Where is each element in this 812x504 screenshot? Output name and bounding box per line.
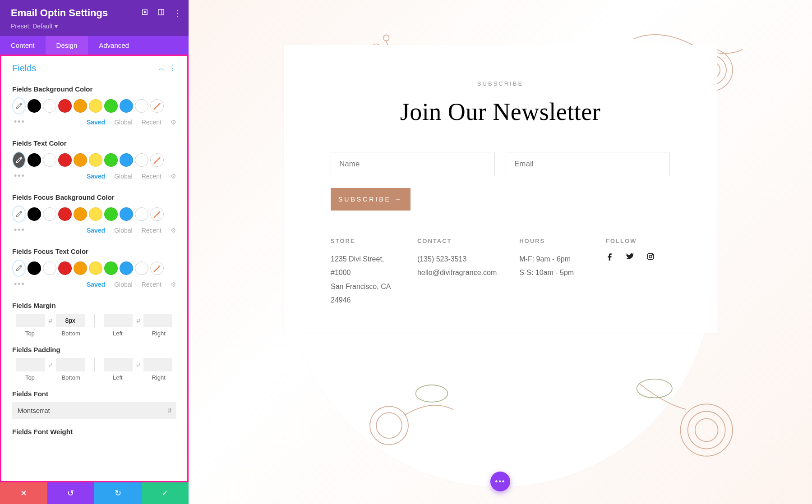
facebook-icon[interactable] bbox=[606, 252, 614, 261]
color-swatch[interactable] bbox=[74, 99, 87, 113]
color-swatch[interactable] bbox=[89, 207, 102, 221]
color-swatch[interactable] bbox=[120, 261, 133, 275]
padding-left-input[interactable] bbox=[104, 358, 133, 371]
link-icon[interactable]: ⇄ bbox=[134, 358, 143, 371]
color-group: Fields Focus Text Color•••SavedGlobalRec… bbox=[1, 240, 187, 294]
palette-saved-tab[interactable]: Saved bbox=[87, 119, 105, 126]
color-swatch[interactable] bbox=[89, 153, 102, 167]
margin-right-input[interactable] bbox=[143, 314, 172, 327]
tab-design[interactable]: Design bbox=[46, 36, 88, 55]
more-icon[interactable]: ••• bbox=[14, 171, 25, 181]
footer-columns: STORE 1235 Divi Street, #1000San Francis… bbox=[331, 238, 670, 307]
color-swatch[interactable] bbox=[74, 153, 87, 167]
color-swatch[interactable] bbox=[58, 99, 72, 113]
settings-body[interactable]: Fields ︿ ⋮ Fields Background Color•••Sav… bbox=[0, 55, 189, 482]
color-swatch[interactable] bbox=[104, 99, 118, 113]
palette-recent-tab[interactable]: Recent bbox=[142, 281, 161, 288]
color-swatch[interactable] bbox=[74, 207, 87, 221]
color-swatch[interactable] bbox=[135, 99, 148, 113]
redo-button[interactable]: ↻ bbox=[94, 482, 142, 504]
palette-global-tab[interactable]: Global bbox=[114, 173, 132, 180]
name-input[interactable] bbox=[331, 152, 495, 176]
tab-advanced[interactable]: Advanced bbox=[88, 36, 140, 55]
fields-margin-group: Fields Margin ⇄ ⇄ bbox=[1, 294, 187, 339]
undo-button[interactable]: ↺ bbox=[47, 482, 95, 504]
tab-content[interactable]: Content bbox=[0, 36, 46, 55]
padding-right-input[interactable] bbox=[143, 358, 172, 371]
newsletter-card: SUBSCRIBE Join Our Newsletter SUBSCRIBE … bbox=[284, 45, 717, 333]
email-input[interactable] bbox=[506, 152, 670, 176]
palette-saved-tab[interactable]: Saved bbox=[87, 227, 105, 234]
palette-saved-tab[interactable]: Saved bbox=[87, 281, 105, 288]
color-swatch[interactable] bbox=[120, 207, 133, 221]
color-swatch[interactable] bbox=[74, 261, 87, 275]
color-swatch[interactable] bbox=[89, 261, 102, 275]
color-swatch[interactable] bbox=[104, 153, 118, 167]
palette-saved-tab[interactable]: Saved bbox=[87, 173, 105, 180]
color-group: Fields Background Color•••SavedGlobalRec… bbox=[1, 78, 187, 132]
color-swatch[interactable] bbox=[135, 261, 148, 275]
color-swatch[interactable] bbox=[58, 261, 72, 275]
save-button[interactable]: ✓ bbox=[142, 482, 189, 504]
section-fields-header[interactable]: Fields ︿ ⋮ bbox=[1, 56, 187, 78]
color-swatch[interactable] bbox=[120, 153, 133, 167]
color-swatch[interactable] bbox=[28, 261, 41, 275]
chevron-up-icon[interactable]: ︿ bbox=[158, 64, 165, 73]
more-icon[interactable]: ••• bbox=[14, 117, 25, 127]
eyedropper-icon[interactable] bbox=[12, 206, 26, 223]
palette-global-tab[interactable]: Global bbox=[114, 119, 132, 126]
link-icon[interactable]: ⇄ bbox=[46, 358, 55, 371]
kebab-icon[interactable]: ⋮ bbox=[173, 8, 181, 18]
margin-bottom-input[interactable] bbox=[56, 314, 85, 327]
margin-left-input[interactable] bbox=[104, 314, 133, 327]
color-swatch[interactable] bbox=[28, 207, 41, 221]
color-swatch[interactable] bbox=[43, 207, 56, 221]
color-swatch[interactable] bbox=[43, 153, 56, 167]
palette-recent-tab[interactable]: Recent bbox=[142, 119, 161, 126]
fab-button[interactable]: ••• bbox=[490, 472, 510, 491]
color-swatch[interactable] bbox=[104, 207, 118, 221]
color-swatch[interactable] bbox=[43, 261, 56, 275]
color-swatch[interactable] bbox=[120, 99, 133, 113]
link-icon[interactable]: ⇄ bbox=[46, 314, 55, 327]
color-swatch[interactable] bbox=[43, 99, 56, 113]
color-swatch[interactable] bbox=[28, 153, 41, 167]
palette-recent-tab[interactable]: Recent bbox=[142, 227, 161, 234]
palette-recent-tab[interactable]: Recent bbox=[142, 173, 161, 180]
expand-icon[interactable] bbox=[141, 8, 149, 18]
no-color-swatch[interactable] bbox=[150, 153, 164, 167]
snap-icon[interactable] bbox=[157, 8, 165, 18]
margin-top-input[interactable] bbox=[16, 314, 45, 327]
gear-icon[interactable]: ⚙ bbox=[171, 227, 176, 234]
no-color-swatch[interactable] bbox=[150, 99, 164, 113]
more-icon[interactable]: ••• bbox=[14, 279, 25, 289]
more-icon[interactable]: ••• bbox=[14, 225, 25, 235]
color-swatch[interactable] bbox=[135, 207, 148, 221]
palette-global-tab[interactable]: Global bbox=[114, 281, 132, 288]
preset-selector[interactable]: Preset: Default ▾ bbox=[11, 23, 178, 30]
gear-icon[interactable]: ⚙ bbox=[171, 281, 176, 288]
color-swatch[interactable] bbox=[58, 153, 72, 167]
close-button[interactable]: ✕ bbox=[0, 482, 47, 504]
eyedropper-icon[interactable] bbox=[12, 260, 26, 277]
eyedropper-icon[interactable] bbox=[12, 151, 26, 169]
gear-icon[interactable]: ⚙ bbox=[171, 173, 176, 180]
font-select[interactable]: Montserrat bbox=[12, 402, 176, 419]
padding-top-input[interactable] bbox=[16, 358, 45, 371]
color-swatch[interactable] bbox=[58, 207, 72, 221]
kebab-icon[interactable]: ⋮ bbox=[169, 64, 176, 73]
gear-icon[interactable]: ⚙ bbox=[171, 119, 176, 126]
no-color-swatch[interactable] bbox=[150, 207, 164, 221]
link-icon[interactable]: ⇄ bbox=[134, 314, 143, 327]
color-swatch[interactable] bbox=[89, 99, 102, 113]
instagram-icon[interactable] bbox=[646, 252, 655, 261]
eyedropper-icon[interactable] bbox=[12, 97, 26, 115]
padding-bottom-input[interactable] bbox=[56, 358, 85, 371]
color-swatch[interactable] bbox=[28, 99, 41, 113]
color-swatch[interactable] bbox=[104, 261, 118, 275]
twitter-icon[interactable] bbox=[626, 252, 635, 261]
subscribe-button[interactable]: SUBSCRIBE → bbox=[331, 188, 411, 211]
no-color-swatch[interactable] bbox=[150, 261, 164, 275]
palette-global-tab[interactable]: Global bbox=[114, 227, 132, 234]
color-swatch[interactable] bbox=[135, 153, 148, 167]
